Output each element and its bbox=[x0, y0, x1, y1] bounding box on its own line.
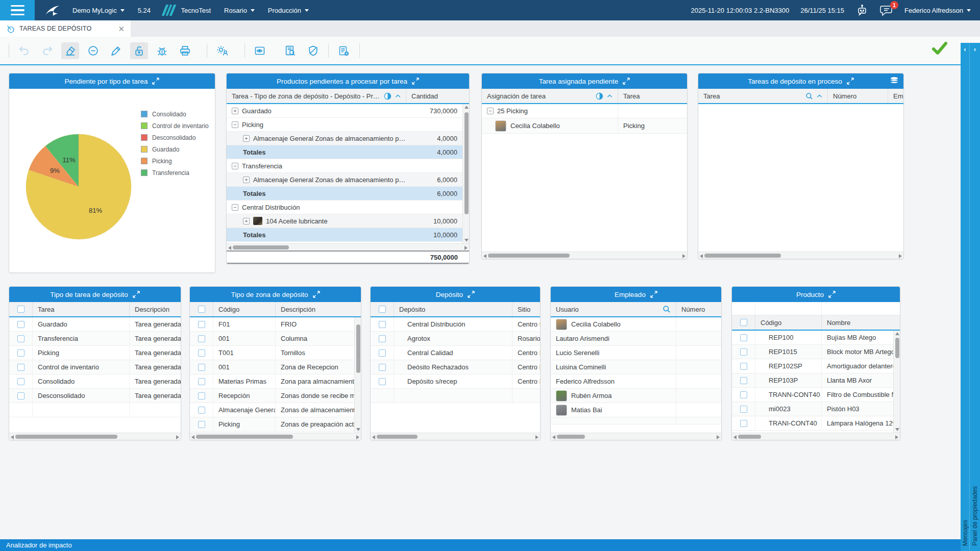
employee-row[interactable]: Lautaro Arismendi bbox=[551, 332, 721, 346]
expand-icon[interactable] bbox=[828, 291, 836, 298]
table-row[interactable]: Almacenaje GeneralZonas de almacenamient… bbox=[190, 403, 354, 417]
select-all-checkbox[interactable] bbox=[17, 306, 24, 313]
column-header[interactable]: Código bbox=[755, 315, 822, 330]
side-tab-panel-propiedades[interactable]: ‹ Panel de propiedades bbox=[970, 43, 980, 551]
row-checkbox[interactable] bbox=[379, 364, 386, 371]
row-checkbox[interactable] bbox=[198, 378, 205, 385]
preview-eye-button[interactable] bbox=[251, 42, 276, 59]
row-checkbox[interactable] bbox=[740, 363, 747, 370]
expand-icon[interactable] bbox=[847, 78, 854, 85]
assignment-row[interactable]: Cecilia ColabelloPicking bbox=[482, 118, 687, 134]
table-row[interactable]: Central DistribuciónCentro Di bbox=[371, 317, 540, 332]
row-checkbox[interactable] bbox=[740, 377, 747, 384]
expand-toggle-icon[interactable]: + bbox=[232, 108, 238, 114]
stack-menu-icon[interactable] bbox=[890, 77, 899, 85]
column-header[interactable]: Código bbox=[213, 302, 276, 316]
tab-close-icon[interactable]: ✕ bbox=[118, 25, 125, 33]
table-row[interactable]: TRANN-CONT40Filtro de Combustible N5 bbox=[732, 388, 893, 402]
table-row[interactable]: Central CalidadCentro Di bbox=[371, 346, 540, 360]
row-checkbox[interactable] bbox=[379, 378, 386, 385]
tree-row[interactable]: +Guardado730,0000 bbox=[227, 104, 462, 118]
expand-icon[interactable] bbox=[468, 291, 475, 298]
table-row[interactable]: TransferenciaTarea generada a bbox=[9, 332, 181, 346]
column-header-empleado[interactable]: Em bbox=[888, 89, 903, 103]
legend-item[interactable]: Desconsolidado bbox=[141, 132, 209, 143]
sort-asc-icon[interactable] bbox=[817, 94, 822, 98]
column-header[interactable]: Descripción bbox=[130, 302, 181, 316]
assistant-robot-icon[interactable] bbox=[855, 4, 869, 17]
filter-icon[interactable] bbox=[596, 92, 603, 100]
table-row[interactable]: RecepciónZonas donde se recibe me bbox=[190, 389, 354, 403]
tree-row[interactable]: +Almacenaje General Zonas de almacenamie… bbox=[227, 173, 462, 187]
row-checkbox[interactable] bbox=[17, 349, 24, 357]
tab-tareas-de-deposito[interactable]: TAREAS DE DEPÓSITO ✕ bbox=[0, 20, 131, 37]
panel-title-bar[interactable]: Tarea asignada pendiente bbox=[482, 73, 687, 89]
collapse-toggle-icon[interactable]: − bbox=[232, 204, 238, 211]
horizontal-scrollbar[interactable] bbox=[190, 433, 361, 440]
expand-toggle-icon[interactable]: + bbox=[243, 218, 250, 224]
table-row[interactable]: Control de inventarioTarea generada a bbox=[9, 360, 181, 374]
side-tab-mensajes[interactable]: ‹ Mensajes bbox=[961, 43, 970, 551]
table-row[interactable]: Materias PrimasZona para almacnamiento bbox=[190, 374, 354, 389]
group-row[interactable]: −25 Picking bbox=[482, 104, 687, 118]
tree-row[interactable]: −Transferencia bbox=[227, 159, 462, 173]
horizontal-scrollbar[interactable] bbox=[482, 252, 687, 259]
panel-title-bar[interactable]: Pendiente por tipo de tarea bbox=[9, 73, 215, 89]
tree-row[interactable]: −Picking bbox=[227, 118, 462, 132]
horizontal-scrollbar[interactable] bbox=[227, 243, 469, 251]
unlock-button[interactable] bbox=[130, 42, 148, 59]
confirm-check-button[interactable] bbox=[931, 41, 948, 56]
row-checkbox[interactable] bbox=[198, 421, 205, 428]
redo-button[interactable] bbox=[38, 42, 56, 59]
select-all-checkbox[interactable] bbox=[198, 306, 205, 313]
table-row[interactable]: F01FRIO bbox=[190, 317, 354, 332]
column-header-asignacion[interactable]: Asignación de tarea bbox=[482, 89, 618, 103]
panel-title-bar[interactable]: Tipo de zona de depósito bbox=[190, 287, 361, 302]
collapse-toggle-icon[interactable]: − bbox=[232, 121, 238, 128]
column-header-tarea[interactable]: Tarea - Tipo de zona de depósito - Depós… bbox=[227, 89, 406, 103]
row-checkbox[interactable] bbox=[379, 335, 386, 342]
row-checkbox[interactable] bbox=[379, 349, 386, 357]
column-header-numero[interactable]: Número bbox=[676, 302, 721, 316]
expand-toggle-icon[interactable]: + bbox=[243, 177, 250, 183]
table-row[interactable]: REP100Bujías MB Atego bbox=[732, 331, 893, 345]
row-checkbox[interactable] bbox=[740, 406, 747, 413]
table-row[interactable]: GuardadoTarea generada a bbox=[9, 317, 181, 332]
collapse-toggle-icon[interactable]: − bbox=[487, 108, 494, 114]
column-header[interactable]: Depósito bbox=[394, 302, 512, 316]
select-all-checkbox[interactable] bbox=[379, 306, 386, 313]
row-checkbox[interactable] bbox=[17, 321, 24, 328]
legend-item[interactable]: Picking bbox=[141, 155, 209, 167]
column-header[interactable]: Tarea bbox=[33, 302, 130, 316]
table-row[interactable]: PickingZonas de preapación activ bbox=[190, 417, 354, 432]
shield-disable-button[interactable] bbox=[304, 42, 322, 59]
table-row[interactable]: 001Zona de Recepcion bbox=[190, 360, 354, 374]
user-menu[interactable]: Federico Alfredsson bbox=[904, 7, 971, 14]
vertical-scrollbar[interactable] bbox=[354, 317, 361, 433]
column-header-tarea[interactable]: Tarea bbox=[698, 89, 828, 103]
table-row[interactable]: REP1015Block motor MB Artego bbox=[732, 345, 893, 359]
table-row[interactable]: T001Tornillos bbox=[190, 346, 354, 360]
print-button[interactable] bbox=[176, 42, 201, 59]
table-row[interactable]: PickingTarea generada a bbox=[9, 346, 181, 360]
column-header-tarea[interactable]: Tarea bbox=[618, 89, 687, 103]
column-header[interactable]: Nombre bbox=[822, 315, 900, 330]
tree-row[interactable]: +Almacenaje General Zonas de almacenamie… bbox=[227, 132, 462, 145]
employee-row[interactable]: Matias Bai bbox=[551, 403, 721, 417]
menu-button[interactable] bbox=[0, 0, 35, 20]
column-header[interactable]: Sitio bbox=[512, 302, 540, 316]
table-row[interactable]: mi0023Pistón H03 bbox=[732, 402, 893, 416]
legend-item[interactable]: Guardado bbox=[141, 143, 209, 155]
column-header-numero[interactable]: Número bbox=[828, 89, 888, 103]
search-icon[interactable] bbox=[663, 305, 671, 313]
expand-icon[interactable] bbox=[623, 78, 630, 85]
panel-title-bar[interactable]: Depósito bbox=[371, 287, 540, 302]
table-row[interactable]: Deósito RechazadosCentro Di bbox=[371, 360, 540, 374]
totals-row[interactable]: Totales10,0000 bbox=[227, 228, 462, 242]
collapse-toggle-icon[interactable]: − bbox=[232, 163, 238, 169]
eraser-button[interactable] bbox=[61, 42, 79, 59]
expand-icon[interactable] bbox=[412, 78, 419, 85]
horizontal-scrollbar[interactable] bbox=[371, 433, 540, 440]
table-row[interactable]: REP103PLlanta MB Axor bbox=[732, 373, 893, 388]
panel-title-bar[interactable]: Tipo de tarea de depósito bbox=[9, 287, 181, 302]
